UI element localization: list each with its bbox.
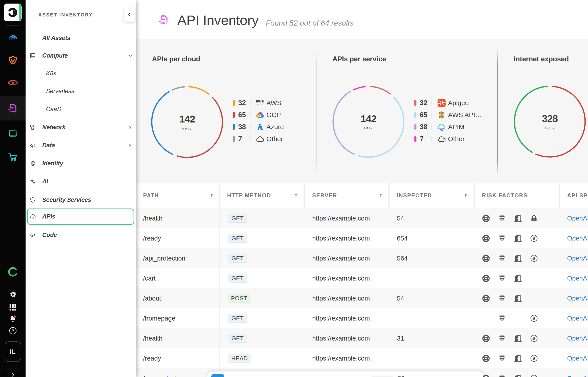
svg-text:?: ? — [12, 329, 14, 333]
svg-text:aws: aws — [256, 99, 264, 103]
